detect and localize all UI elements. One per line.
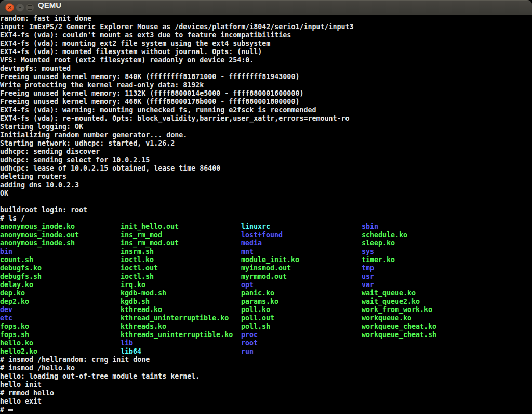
ls-entry-exec: anonymous_inode.out bbox=[0, 231, 121, 239]
ls-entry-exec: ioctl.sh bbox=[121, 273, 241, 281]
ls-entry-exec: kthread_uninterruptible.ko bbox=[121, 314, 241, 322]
ls-entry-exec: params.ko bbox=[241, 297, 362, 306]
ls-entry-exec: dep2.ko bbox=[0, 297, 121, 306]
ls-entry-exec: hello.ko bbox=[0, 339, 121, 347]
ls-entry-dir: usr bbox=[362, 273, 532, 281]
terminal-line: EXT4-fs (vda): couldn't mount as ext3 du… bbox=[0, 31, 532, 40]
ls-entry-exec: kgdb.sh bbox=[121, 297, 241, 306]
ls-entry-exec: workqueue_cheat.ko bbox=[362, 322, 532, 331]
ls-entry-exec: schedule.ko bbox=[362, 231, 532, 239]
terminal-line: Initializing random number generator... … bbox=[0, 131, 532, 139]
ls-entry-dir: sys bbox=[362, 248, 532, 256]
terminal-line: OK bbox=[0, 189, 532, 198]
ls-entry-exec: poll.out bbox=[241, 314, 362, 322]
ls-row: hello.kolibroot bbox=[0, 339, 532, 347]
ls-entry-exec: anonymous_inode.sh bbox=[0, 239, 121, 248]
ls-entry-dir: lost+found bbox=[241, 231, 362, 239]
ls-entry-exec: wait_queue2.ko bbox=[362, 297, 532, 306]
terminal-line: hello exit bbox=[0, 397, 532, 406]
ls-entry-exec: poll.sh bbox=[241, 322, 362, 331]
ls-row: dep.kokgdb-mod.shpanic.kowait_queue.ko bbox=[0, 289, 532, 297]
ls-entry-dir: mnt bbox=[241, 248, 362, 256]
ls-entry-exec: fops.sh bbox=[0, 331, 121, 339]
ls-entry-dir: opt bbox=[241, 281, 362, 289]
terminal-line: udhcpc: lease of 10.0.2.15 obtained, lea… bbox=[0, 164, 532, 173]
ls-entry-exec: ins_rm_mod.out bbox=[121, 239, 241, 248]
terminal-line: Starting logging: OK bbox=[0, 123, 532, 131]
terminal-line: EXT4-fs (vda): mounting ext2 file system… bbox=[0, 40, 532, 48]
ls-row: count.shioctl.komodule_init.kotimer.ko bbox=[0, 256, 532, 264]
ls-entry-exec: workqueue.ko bbox=[362, 314, 532, 322]
ls-output: anonymous_inode.koinit_hello.outlinuxrcs… bbox=[0, 223, 532, 356]
minimize-button[interactable]: – bbox=[16, 3, 24, 12]
maximize-button[interactable] bbox=[25, 3, 34, 12]
terminal-line: hello init bbox=[0, 381, 532, 389]
ls-entry-exec: kthreads_uninterruptible.ko bbox=[121, 331, 241, 339]
ls-entry-exec: debugfs.ko bbox=[0, 264, 121, 273]
terminal-line: EXT4-fs (vda): mounted filesystem withou… bbox=[0, 48, 532, 56]
ls-entry-exec: init_hello.out bbox=[121, 223, 241, 231]
ls-entry-dir: sbin bbox=[362, 223, 532, 231]
ls-entry-exec: panic.ko bbox=[241, 289, 362, 297]
ls-row: anonymous_inode.shins_rm_mod.outmediasle… bbox=[0, 239, 532, 248]
ls-entry-exec: hello2.ko bbox=[0, 347, 121, 356]
ls-row: devkthread.kopoll.kowork_from_work.ko bbox=[0, 306, 532, 314]
ls-entry-dir: lib bbox=[121, 339, 241, 347]
ls-entry-exec: kgdb-mod.sh bbox=[121, 289, 241, 297]
ls-entry-exec: ioctl.out bbox=[121, 264, 241, 273]
terminal-line: adding dns 10.0.2.3 bbox=[0, 181, 532, 189]
ls-row: delay.koirq.kooptvar bbox=[0, 281, 532, 289]
terminal-line: udhcpc: sending discover bbox=[0, 148, 532, 156]
ls-entry-dir: var bbox=[362, 281, 532, 289]
terminal-line: # insmod /hello.ko bbox=[0, 364, 532, 372]
ls-entry-dir: bin bbox=[0, 248, 121, 256]
boot-log: random: fast init doneinput: ImExPS/2 Ge… bbox=[0, 15, 532, 223]
ls-entry-dir: media bbox=[241, 239, 362, 248]
ls-entry-dir: tmp bbox=[362, 264, 532, 273]
terminal-line: udhcpc: sending select for 10.0.2.15 bbox=[0, 156, 532, 164]
terminal-line: Starting network: udhcpc: started, v1.26… bbox=[0, 139, 532, 148]
ls-entry-exec: delay.ko bbox=[0, 281, 121, 289]
terminal-line: Freeing unused kernel memory: 1132K (fff… bbox=[0, 89, 532, 98]
terminal-line: devtmpfs: mounted bbox=[0, 64, 532, 73]
ls-row: anonymous_inode.koinit_hello.outlinuxrcs… bbox=[0, 223, 532, 231]
terminal-line: Write protecting the kernel read-only da… bbox=[0, 81, 532, 89]
ls-row: anonymous_inode.outins_rm_modlost+founds… bbox=[0, 231, 532, 239]
ls-entry-link: linuxrc bbox=[241, 223, 362, 231]
ls-row: etckthread_uninterruptible.kopoll.outwor… bbox=[0, 314, 532, 322]
ls-entry-exec: dep.ko bbox=[0, 289, 121, 297]
ls-entry-exec: kthreads.ko bbox=[121, 322, 241, 331]
ls-entry-exec: anonymous_inode.ko bbox=[0, 223, 121, 231]
ls-entry-exec: wait_queue.ko bbox=[362, 289, 532, 297]
terminal-line: EXT4-fs (vda): re-mounted. Opts: block_v… bbox=[0, 114, 532, 123]
terminal-line: EXT4-fs (vda): warning: mounting uncheck… bbox=[0, 106, 532, 114]
ls-entry-exec: module_init.ko bbox=[241, 256, 362, 264]
terminal-line: buildroot login: root bbox=[0, 206, 532, 214]
shell-log: # insmod /hellrandom: crng init done# in… bbox=[0, 356, 532, 406]
ls-entry-exec: count.sh bbox=[0, 256, 121, 264]
close-button[interactable]: ✕ bbox=[5, 3, 14, 12]
ls-entry-dir: run bbox=[241, 347, 362, 356]
ls-entry-exec: ins_rm_mod bbox=[121, 231, 241, 239]
ls-entry-exec: workqueue_cheat.sh bbox=[362, 331, 532, 339]
ls-entry-dir: proc bbox=[241, 331, 362, 339]
terminal-line: deleting routers bbox=[0, 173, 532, 181]
ls-entry-exec: timer.ko bbox=[362, 256, 532, 264]
ls-entry-exec: work_from_work.ko bbox=[362, 306, 532, 314]
ls-entry-dir: dev bbox=[0, 306, 121, 314]
maximize-icon bbox=[28, 5, 32, 10]
ls-entry-exec: irq.ko bbox=[121, 281, 241, 289]
window-title: QEMU bbox=[38, 1, 61, 15]
ls-entry-exec: kthread.ko bbox=[121, 306, 241, 314]
text-cursor bbox=[8, 409, 13, 411]
ls-entry-exec: debugfs.sh bbox=[0, 273, 121, 281]
terminal-screen[interactable]: random: fast init doneinput: ImExPS/2 Ge… bbox=[0, 15, 532, 414]
window-titlebar[interactable]: ✕ – QEMU bbox=[0, 0, 532, 15]
terminal-line: # insmod /hellrandom: crng init done bbox=[0, 356, 532, 364]
terminal-line: input: ImExPS/2 Generic Explorer Mouse a… bbox=[0, 23, 532, 31]
ls-entry-exec: myinsmod.out bbox=[241, 264, 362, 273]
ls-entry-dir: etc bbox=[0, 314, 121, 322]
ls-row: hello2.kolib64run bbox=[0, 347, 532, 356]
ls-entry-exec: sleep.ko bbox=[362, 239, 532, 248]
ls-entry-link: lib64 bbox=[121, 347, 241, 356]
